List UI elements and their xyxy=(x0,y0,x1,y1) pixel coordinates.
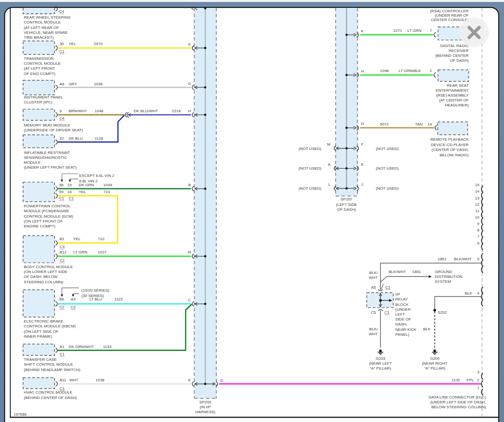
svg-text:(NOT USED): (NOT USED) xyxy=(376,166,399,171)
svg-text:2: 2 xyxy=(477,378,479,382)
svg-text:(ON LEFT FRONT OF: (ON LEFT FRONT OF xyxy=(24,219,63,223)
svg-text:(UNDER LEFT SIDE OF DASH,: (UNDER LEFT SIDE OF DASH, xyxy=(430,400,486,404)
svg-text:LT GRN: LT GRN xyxy=(73,250,87,254)
svg-text:ELECTRONIC BRAKE: ELECTRONIC BRAKE xyxy=(24,319,64,323)
svg-text:BLK/WHT: BLK/WHT xyxy=(454,257,472,261)
svg-text:(UNDER LEFT FRONT SEAT): (UNDER LEFT FRONT SEAT) xyxy=(24,165,77,170)
svg-text:CONTROL MODULE (EBCM): CONTROL MODULE (EBCM) xyxy=(24,324,76,328)
svg-text:(IN I/P: (IN I/P xyxy=(200,405,211,409)
svg-text:(NEAR RIGHT: (NEAR RIGHT xyxy=(422,361,448,366)
svg-text:INNER FRAME): INNER FRAME) xyxy=(24,334,52,339)
svg-text:LT GRN/BLK: LT GRN/BLK xyxy=(399,69,422,73)
svg-text:C1: C1 xyxy=(384,310,390,315)
svg-text:C2: C2 xyxy=(71,305,76,309)
svg-text:5072: 5072 xyxy=(380,122,389,126)
svg-text:(ON LEFT SIDE OF: (ON LEFT SIDE OF xyxy=(24,329,59,334)
svg-text:SIDE OF: SIDE OF xyxy=(395,317,411,322)
svg-text:OF DASH, BELOW: OF DASH, BELOW xyxy=(24,274,58,279)
svg-text:C1: C1 xyxy=(59,196,65,200)
svg-text:C5: C5 xyxy=(371,310,377,315)
svg-text:LEFT: LEFT xyxy=(395,312,405,317)
svg-text:BLK: BLK xyxy=(423,327,431,331)
svg-text:C1: C1 xyxy=(69,196,74,200)
svg-text:HVAC CONTROL MODULE: HVAC CONTROL MODULE xyxy=(24,390,73,395)
svg-text:1132: 1132 xyxy=(452,378,460,382)
svg-text:13: 13 xyxy=(475,196,479,200)
svg-text:BLK: BLK xyxy=(465,291,473,296)
svg-text:4: 4 xyxy=(477,291,479,296)
svg-text:BLOCK: BLOCK xyxy=(395,302,409,307)
svg-text:SYSTEM: SYSTEM xyxy=(435,279,451,284)
svg-text:A: A xyxy=(328,162,331,167)
svg-text:D: D xyxy=(361,122,364,126)
svg-text:2271: 2271 xyxy=(394,28,403,33)
svg-text:BODY CONTROL MODULE: BODY CONTROL MODULE xyxy=(24,265,73,269)
svg-text:MODULE (PCM)/ENGINE: MODULE (PCM)/ENGINE xyxy=(24,209,69,213)
svg-text:G200: G200 xyxy=(430,356,440,361)
svg-text:C2: C2 xyxy=(59,305,65,309)
svg-text:TRANSMISSION: TRANSMISSION xyxy=(24,56,54,61)
svg-text:OF DASH): OF DASH) xyxy=(337,207,356,212)
svg-text:9: 9 xyxy=(477,222,479,226)
svg-text:E: E xyxy=(188,378,191,382)
svg-text:G203: G203 xyxy=(376,356,385,361)
svg-text:C4: C4 xyxy=(59,9,65,14)
svg-text:(RSE) ASSEMBLY: (RSE) ASSEMBLY xyxy=(436,93,469,98)
svg-text:OF ENG COMPT): OF ENG COMPT) xyxy=(24,72,56,76)
svg-text:DK BLU: DK BLU xyxy=(69,136,83,141)
svg-text:EXCEPT 6.6L VIN 2: EXCEPT 6.6L VIN 2 xyxy=(79,174,115,178)
svg-text:(UNDER REAR OF: (UNDER REAR OF xyxy=(435,13,469,18)
svg-text:15: 15 xyxy=(67,183,72,187)
svg-text:BELOW STEERING COLUMN): BELOW STEERING COLUMN) xyxy=(431,405,486,409)
svg-text:SP207: SP207 xyxy=(341,197,353,201)
svg-text:22: 22 xyxy=(59,136,64,141)
svg-text:(NOT USED): (NOT USED) xyxy=(299,166,322,171)
svg-text:710: 710 xyxy=(103,190,110,194)
svg-text:WHT: WHT xyxy=(70,378,78,382)
svg-text:(ON LOWER LEFT SIDE: (ON LOWER LEFT SIDE xyxy=(24,270,68,274)
svg-text:(AT LEFT FRONT: (AT LEFT FRONT xyxy=(24,66,55,71)
svg-text:DASH,: DASH, xyxy=(395,322,407,326)
svg-text:A6: A6 xyxy=(59,82,64,86)
svg-text:B: B xyxy=(188,183,191,187)
svg-text:ENTERTAINMENT: ENTERTAINMENT xyxy=(436,88,469,93)
svg-text:S202: S202 xyxy=(438,310,447,315)
svg-text:DISTRIBUTION: DISTRIBUTION xyxy=(435,274,463,279)
svg-text:6.6L VIN 2: 6.6L VIN 2 xyxy=(79,179,98,183)
svg-text:F: F xyxy=(361,142,364,147)
svg-text:BELOW RADIO): BELOW RADIO) xyxy=(440,153,469,157)
svg-text:(BEHIND HEADLAMP SWITCH): (BEHIND HEADLAMP SWITCH) xyxy=(24,368,81,372)
svg-text:15: 15 xyxy=(475,183,479,187)
svg-text:CONTROL MODULE: CONTROL MODULE xyxy=(24,20,61,25)
svg-text:NEAR KICK: NEAR KICK xyxy=(395,327,417,332)
svg-text:GROUND: GROUND xyxy=(435,270,453,274)
svg-text:30: 30 xyxy=(59,42,64,46)
svg-text:BLK/WHT: BLK/WHT xyxy=(389,270,406,274)
svg-text:58: 58 xyxy=(59,183,64,187)
svg-text:1048: 1048 xyxy=(95,109,103,113)
svg-text:DEVICE-CD PLAYER: DEVICE-CD PLAYER xyxy=(431,143,469,147)
svg-text:MODULE: MODULE xyxy=(24,160,41,165)
svg-text:“A” PILLAR): “A” PILLAR) xyxy=(424,366,445,371)
svg-text:B1: B1 xyxy=(59,237,64,241)
svg-text:BLK/: BLK/ xyxy=(369,327,378,331)
svg-text:D: D xyxy=(221,378,224,383)
svg-text:(LEFT SIDE: (LEFT SIDE xyxy=(336,202,357,207)
svg-text:INFLATABLE RESTRAINT: INFLATABLE RESTRAINT xyxy=(24,150,71,155)
svg-text:PANEL): PANEL) xyxy=(395,332,409,337)
svg-text:ENGINE COMPT): ENGINE COMPT) xyxy=(24,224,56,228)
svg-text:(NOT USED): (NOT USED) xyxy=(376,186,399,191)
svg-text:MEMORY SEAT MODULE: MEMORY SEAT MODULE xyxy=(24,123,71,127)
svg-text:LT GRN: LT GRN xyxy=(407,28,422,33)
svg-text:VEHICLE, NEAR SPARE: VEHICLE, NEAR SPARE xyxy=(24,30,68,35)
svg-text:1122: 1122 xyxy=(114,297,123,301)
svg-text:YEL: YEL xyxy=(78,190,86,194)
svg-text:A9: A9 xyxy=(71,297,76,301)
svg-text:TIRE BRACKET): TIRE BRACKET) xyxy=(24,35,54,40)
svg-text:7: 7 xyxy=(430,28,432,33)
svg-text:(CENTER OF DASH,: (CENTER OF DASH, xyxy=(431,148,469,152)
svg-text:CLUSTER (IPC): CLUSTER (IPC) xyxy=(24,100,53,104)
svg-text:(BEHIND CENTER: (BEHIND CENTER xyxy=(435,53,469,58)
svg-text:7: 7 xyxy=(477,234,479,239)
svg-text:A1: A1 xyxy=(59,345,64,349)
